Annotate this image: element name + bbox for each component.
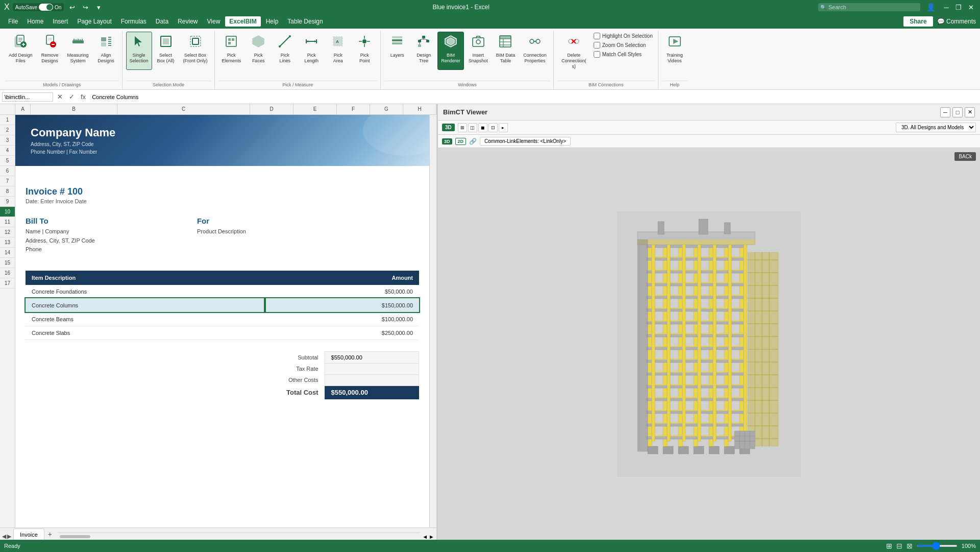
page-layout-view-btn[interactable]: ⊟ [896,542,902,550]
table-row[interactable]: Concrete Slabs $250,000.00 [26,326,419,340]
bill-to-name[interactable]: Name | Company [26,227,95,236]
menu-excelbim[interactable]: ExcelBIM [225,16,260,27]
page-break-view-btn[interactable]: ⊠ [906,542,913,550]
amount-concrete-slabs[interactable]: $250,000.00 [265,326,419,340]
col-header-c[interactable]: C [117,104,250,114]
menu-page-layout[interactable]: Page Layout [73,16,115,27]
close-btn[interactable]: ✕ [966,2,976,12]
table-row[interactable]: Concrete Beams $100,000.00 [26,312,419,326]
link-3d-toggle[interactable]: 3D [442,138,452,145]
autosave-toggle[interactable] [39,4,53,11]
select-box-front-button[interactable]: Select Box(Front Only) [180,32,211,70]
bill-to-phone[interactable]: Phone [26,245,95,254]
training-videos-button[interactable]: TrainingVideos [662,32,688,70]
row-header-4[interactable]: 4 [0,146,15,156]
highlight-checkbox-input[interactable] [594,33,600,39]
bimct-minimize-btn[interactable]: ─ [940,107,950,117]
row-header-14[interactable]: 14 [0,248,15,258]
table-row[interactable]: Concrete Foundations $50,000.00 [26,285,419,299]
bimct-3d-view[interactable]: BACk [438,148,980,540]
pick-faces-button[interactable]: PickFaces [246,32,271,70]
remove-designs-button[interactable]: RemoveDesigns [37,32,63,70]
view-options-btn[interactable]: ⊡ [488,123,498,132]
redo-btn[interactable]: ↪ [80,2,90,12]
nav-left-icon[interactable]: ◀ [2,533,6,540]
add-sheet-button[interactable]: + [44,529,56,540]
amount-concrete-columns[interactable]: $150,000.00 [265,298,419,312]
scroll-left-icon[interactable]: ◄ [422,534,428,540]
col-header-b[interactable]: B [31,104,117,114]
restore-btn[interactable]: ❐ [953,2,964,12]
row-header-2[interactable]: 2 [0,125,15,135]
for-description[interactable]: Product Description [197,227,246,236]
pick-area-button[interactable]: A PickArea [325,32,351,70]
menu-home[interactable]: Home [23,16,47,27]
col-header-g[interactable]: G [370,104,403,114]
subtotal-value[interactable]: $550,000.00 [325,351,419,363]
menu-review[interactable]: Review [174,16,202,27]
confirm-formula-icon[interactable]: ✓ [67,92,77,102]
search-input[interactable] [818,3,920,11]
insert-snapshot-button[interactable]: InsertSnapshot [465,32,492,70]
nav-right-icon[interactable]: ▶ [7,533,11,540]
cancel-formula-icon[interactable]: ✕ [55,92,65,102]
minimize-btn[interactable]: ─ [941,2,951,12]
menu-insert[interactable]: Insert [48,16,72,27]
row-header-3[interactable]: 3 [0,135,15,146]
scrollbar-thumb[interactable] [60,535,90,538]
row-header-5[interactable]: 5 [0,156,15,166]
bill-to-address[interactable]: Address, City, ST, ZIP Code [26,236,95,246]
row-header-10[interactable]: 10 [0,207,15,217]
total-value[interactable]: $550,000.00 [325,386,419,399]
menu-data[interactable]: Data [152,16,173,27]
quick-access-btn[interactable]: ▾ [93,2,104,12]
match-checkbox-input[interactable] [594,51,600,58]
formula-input[interactable] [90,93,978,101]
row-header-11[interactable]: 11 [0,217,15,227]
row-header-13[interactable]: 13 [0,237,15,248]
vertical-scrollbar[interactable] [429,115,436,527]
measuring-system-button[interactable]: MeasuringSystem [64,32,92,70]
row-header-16[interactable]: 16 [0,268,15,278]
row-header-15[interactable]: 15 [0,258,15,268]
amount-concrete-foundations[interactable]: $50,000.00 [265,285,419,299]
col-header-f[interactable]: F [337,104,370,114]
view-3d-toggle[interactable]: 3D [442,124,455,131]
row-header-9[interactable]: 9 [0,197,15,207]
autosave-badge[interactable]: AutoSave On [13,3,64,11]
link-2d-toggle[interactable]: 2D [455,138,467,145]
horizontal-scrollbar[interactable] [58,533,420,540]
amount-concrete-beams[interactable]: $100,000.00 [265,312,419,326]
menu-table-design[interactable]: Table Design [283,16,327,27]
menu-help[interactable]: Help [262,16,283,27]
select-box-all-button[interactable]: SelectBox (All) [153,32,179,70]
menu-file[interactable]: File [4,16,22,27]
pick-lines-button[interactable]: PickLines [272,32,298,70]
comments-button[interactable]: 💬 Comments [937,18,976,25]
other-value[interactable] [325,374,419,386]
bim-data-table-button[interactable]: BIM DataTable [493,32,519,70]
insert-function-icon[interactable]: fx [79,92,88,102]
zoom-on-selection-checkbox[interactable]: Zoom On Selection [592,41,655,50]
pick-length-button[interactable]: PickLength [299,32,324,70]
row-header-8[interactable]: 8 [0,186,15,197]
design-tree-button[interactable]: DesignTree [411,32,436,70]
pick-point-button[interactable]: PickPoint [352,32,377,70]
invoice-date[interactable]: Date: Enter Invoice Date [26,198,419,204]
undo-btn[interactable]: ↩ [67,2,77,12]
row-header-6[interactable]: 6 [0,166,15,176]
item-concrete-slabs[interactable]: Concrete Slabs [26,326,265,340]
row-header-7[interactable]: 7 [0,176,15,186]
scroll-right-icon[interactable]: ► [429,534,434,540]
zoom-slider[interactable] [917,545,958,547]
delete-connections-button[interactable]: DeleteConnection(s) [557,32,591,70]
solid-icon-btn[interactable]: ◼ [478,123,487,132]
layers-button[interactable]: Layers [384,32,410,70]
normal-view-btn[interactable]: ⊞ [886,542,892,550]
link-label[interactable]: Common-LinkElements: <LinkOnly> [480,137,571,146]
more-options-btn[interactable]: ▸ [499,123,508,132]
pick-elements-button[interactable]: PickElements [218,32,245,70]
bimct-model-dropdown[interactable]: 3D. All Designs and Models [896,123,976,132]
item-concrete-foundations[interactable]: Concrete Foundations [26,285,265,299]
row-header-1[interactable]: 1 [0,115,15,125]
